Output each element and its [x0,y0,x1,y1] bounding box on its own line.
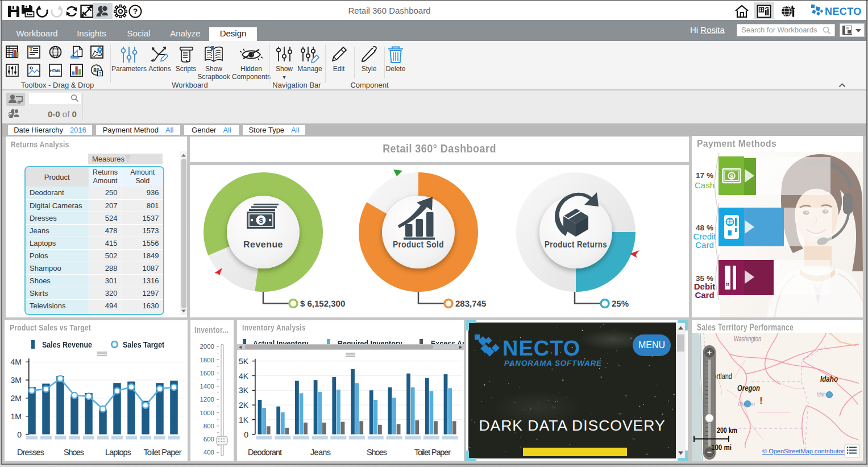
svg-text:1000: 1000 [200,410,214,417]
svg-text:3M: 3M [11,375,22,385]
svg-text:Idaho: Idaho [820,375,838,384]
svg-text:Oregon: Oregon [737,384,760,393]
svg-text:Jeans: Jeans [310,448,331,457]
svg-text:800: 800 [203,423,214,430]
svg-text:$ 6,152,300: $ 6,152,300 [300,299,345,309]
svg-text:NECTO: NECTO [825,6,862,17]
svg-text:2000: 2000 [200,344,214,350]
svg-text:T: T [99,71,102,76]
svg-text:3K: 3K [239,386,249,395]
svg-text:Toilet Paper: Toilet Paper [144,448,182,457]
svg-text:© OpenStreetMap contributors: © OpenStreetMap contributors [762,448,848,455]
svg-text:283,745: 283,745 [455,299,486,309]
svg-text:1800: 1800 [200,357,214,364]
svg-text:100 mi: 100 mi [711,443,732,452]
svg-text:T: T [29,47,33,53]
svg-text:5K: 5K [239,357,249,366]
svg-text:2M: 2M [11,394,22,403]
svg-text:Laptops: Laptops [105,448,131,457]
svg-text:Dresses: Dresses [17,448,44,457]
svg-text:Shoes: Shoes [367,448,387,457]
svg-text:4M: 4M [11,357,22,366]
svg-text:Revenue: Revenue [243,240,283,250]
svg-text:!: ! [759,395,763,406]
svg-text:0: 0 [244,430,248,439]
svg-text:1200: 1200 [200,396,214,403]
svg-text:$: $ [259,216,263,225]
svg-text:4K: 4K [239,371,249,381]
svg-text:1400: 1400 [200,383,214,390]
svg-text:2K: 2K [239,400,249,410]
svg-text:HTML: HTML [50,69,61,73]
svg-text:0: 0 [17,430,22,439]
svg-text:Deodorant: Deodorant [248,448,282,457]
svg-text:400: 400 [203,449,214,456]
svg-text:600: 600 [203,436,214,443]
svg-text:200 km: 200 km [717,426,737,435]
svg-text:?: ? [133,7,138,16]
svg-text:$: $ [730,173,733,180]
svg-text:Toilet Paper: Toilet Paper [414,448,451,457]
svg-text:Washington: Washington [734,334,761,343]
svg-text:Product Returns: Product Returns [545,240,607,250]
svg-text:1K: 1K [239,415,249,424]
svg-text:Shoes: Shoes [64,448,84,457]
svg-text:25%: 25% [612,299,629,309]
svg-text:1600: 1600 [200,370,214,377]
svg-text:1M: 1M [11,412,22,421]
svg-text:Product Sold: Product Sold [393,240,444,250]
